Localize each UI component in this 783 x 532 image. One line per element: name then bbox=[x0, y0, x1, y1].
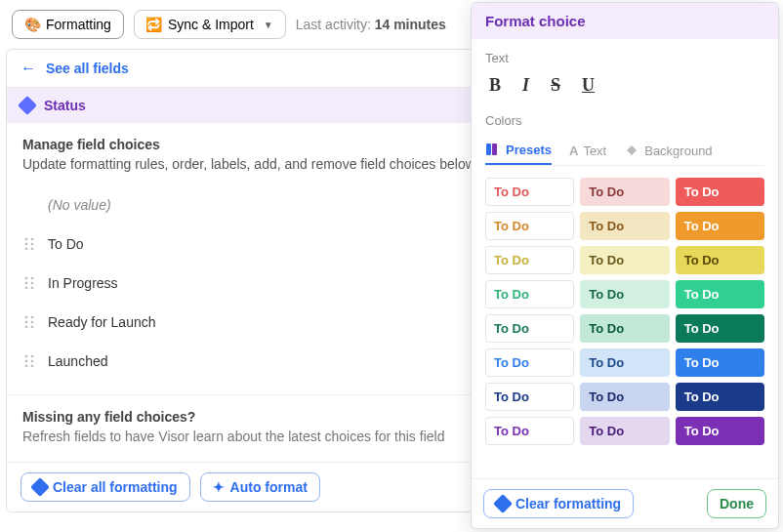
popover-title: Format choice bbox=[472, 3, 778, 39]
preset-swatch[interactable]: To Do bbox=[580, 348, 669, 377]
svg-point-16 bbox=[25, 326, 28, 329]
diamond-fill-icon bbox=[493, 494, 513, 513]
see-all-label: See all fields bbox=[46, 61, 129, 76]
preset-swatch[interactable]: To Do bbox=[676, 348, 764, 377]
swatches-icon bbox=[485, 142, 501, 157]
preset-swatch[interactable]: To Do bbox=[485, 348, 574, 377]
svg-point-13 bbox=[31, 316, 34, 319]
preset-swatch[interactable]: To Do bbox=[580, 280, 669, 308]
preset-swatch[interactable]: To Do bbox=[580, 178, 669, 206]
svg-point-12 bbox=[25, 316, 28, 319]
underline-button[interactable]: U bbox=[582, 75, 595, 96]
chevron-down-icon: ▼ bbox=[264, 20, 273, 30]
strikethrough-button[interactable]: S bbox=[551, 75, 560, 96]
diamond-fill-icon bbox=[30, 477, 50, 497]
preset-swatch[interactable]: To Do bbox=[485, 212, 574, 240]
preset-swatch[interactable]: To Do bbox=[580, 383, 669, 411]
svg-point-11 bbox=[31, 287, 34, 290]
diamond-icon bbox=[18, 96, 37, 115]
popover-footer: Clear formatting Done bbox=[472, 478, 778, 528]
svg-point-10 bbox=[25, 287, 28, 290]
preset-grid: To DoTo DoTo DoTo DoTo DoTo DoTo DoTo Do… bbox=[485, 178, 764, 445]
preset-swatch[interactable]: To Do bbox=[580, 314, 669, 343]
preset-swatch[interactable]: To Do bbox=[676, 212, 764, 240]
svg-point-23 bbox=[31, 365, 34, 368]
bold-button[interactable]: B bbox=[489, 75, 501, 96]
preset-swatch[interactable]: To Do bbox=[485, 280, 574, 308]
sync-import-button[interactable]: 🔁 Sync & Import ▼ bbox=[134, 10, 286, 39]
arrow-left-icon: ← bbox=[21, 60, 36, 77]
sync-label: Sync & Import bbox=[168, 17, 254, 32]
svg-point-21 bbox=[31, 360, 34, 363]
svg-point-14 bbox=[25, 321, 28, 324]
preset-swatch[interactable]: To Do bbox=[676, 246, 764, 274]
svg-point-20 bbox=[25, 360, 28, 363]
colors-group-label: Colors bbox=[485, 113, 764, 128]
tab-presets[interactable]: Presets bbox=[485, 136, 552, 165]
preset-swatch[interactable]: To Do bbox=[580, 417, 669, 445]
clear-formatting-button[interactable]: Clear formatting bbox=[483, 489, 634, 518]
drag-handle-icon[interactable] bbox=[24, 353, 38, 369]
drag-handle-icon[interactable] bbox=[24, 275, 38, 291]
preset-swatch[interactable]: To Do bbox=[485, 314, 574, 343]
svg-point-3 bbox=[31, 243, 34, 246]
bucket-icon bbox=[624, 143, 639, 158]
svg-point-9 bbox=[31, 282, 34, 285]
formatting-button[interactable]: 🎨 Formatting bbox=[12, 10, 124, 39]
sync-icon: 🔁 bbox=[146, 17, 162, 32]
preset-swatch[interactable]: To Do bbox=[485, 246, 574, 274]
wand-icon: ✦ bbox=[213, 479, 225, 495]
italic-button[interactable]: I bbox=[522, 75, 529, 96]
field-name: Status bbox=[44, 98, 86, 113]
clear-all-button[interactable]: Clear all formatting bbox=[21, 472, 190, 502]
text-group-label: Text bbox=[485, 51, 764, 65]
preset-swatch[interactable]: To Do bbox=[676, 383, 764, 411]
preset-swatch[interactable]: To Do bbox=[676, 280, 764, 308]
text-a-icon: A bbox=[569, 143, 578, 158]
tab-text[interactable]: A Text bbox=[569, 136, 606, 165]
tab-background[interactable]: Background bbox=[624, 136, 712, 165]
svg-point-0 bbox=[25, 238, 28, 241]
svg-point-7 bbox=[31, 277, 34, 280]
formatting-label: Formatting bbox=[46, 17, 111, 32]
svg-point-4 bbox=[25, 248, 28, 251]
drag-handle-icon[interactable] bbox=[24, 236, 38, 252]
preset-swatch[interactable]: To Do bbox=[485, 383, 574, 411]
svg-point-1 bbox=[31, 238, 34, 241]
svg-rect-24 bbox=[486, 143, 491, 155]
preset-swatch[interactable]: To Do bbox=[676, 417, 764, 445]
svg-rect-25 bbox=[492, 143, 497, 155]
auto-format-button[interactable]: ✦ Auto format bbox=[200, 472, 320, 502]
preset-swatch[interactable]: To Do bbox=[485, 417, 574, 445]
svg-point-6 bbox=[25, 277, 28, 280]
svg-point-2 bbox=[25, 243, 28, 246]
svg-point-22 bbox=[25, 365, 28, 368]
svg-point-17 bbox=[31, 326, 34, 329]
preset-swatch[interactable]: To Do bbox=[580, 212, 669, 240]
svg-point-19 bbox=[31, 355, 34, 358]
svg-point-5 bbox=[31, 248, 34, 251]
svg-point-15 bbox=[31, 321, 34, 324]
preset-swatch[interactable]: To Do bbox=[676, 178, 764, 206]
svg-point-8 bbox=[25, 282, 28, 285]
svg-point-18 bbox=[25, 355, 28, 358]
text-format-row: B I S U bbox=[485, 73, 764, 113]
preset-swatch[interactable]: To Do bbox=[676, 314, 764, 343]
done-button[interactable]: Done bbox=[707, 489, 766, 518]
popover-body: Text B I S U Colors Presets A Text Backg… bbox=[472, 39, 778, 478]
format-choice-popover: Format choice Text B I S U Colors Preset… bbox=[471, 2, 779, 529]
preset-swatch[interactable]: To Do bbox=[580, 246, 669, 274]
last-activity: Last activity: 14 minutes bbox=[296, 17, 446, 32]
drag-handle-icon[interactable] bbox=[24, 314, 38, 330]
palette-icon: 🎨 bbox=[24, 17, 40, 32]
color-tabs: Presets A Text Background bbox=[485, 136, 764, 166]
preset-swatch[interactable]: To Do bbox=[485, 178, 574, 206]
